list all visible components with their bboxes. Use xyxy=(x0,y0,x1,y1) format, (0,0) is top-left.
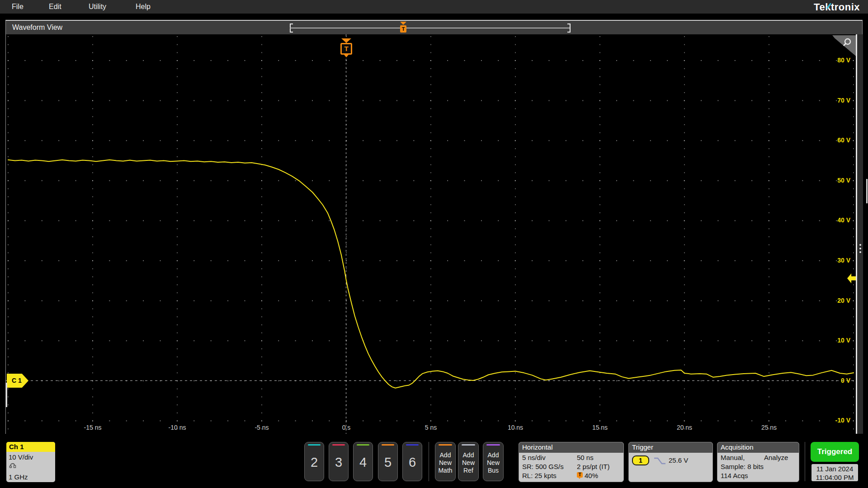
minimap-trigger-triangle-icon xyxy=(400,22,406,25)
trigger-marker-notch-icon xyxy=(344,55,349,57)
channel-number: 5 xyxy=(378,455,397,470)
trigger-marker-triangle-icon xyxy=(341,38,351,43)
channel-color-line xyxy=(406,444,419,446)
channel-4-button[interactable]: 4 xyxy=(353,442,373,481)
voltage-tick-label: 0 V xyxy=(841,377,850,384)
time-tick-label: 10 ns xyxy=(508,424,523,431)
button-color-line xyxy=(439,444,452,446)
voltage-tick-label: 60 V xyxy=(837,136,850,144)
trigger-panel[interactable]: Trigger 1 25.6 V xyxy=(628,442,713,482)
time-tick-label: -10 ns xyxy=(169,424,186,431)
button-label: AddNewRef xyxy=(458,451,478,474)
channel-6-button[interactable]: 6 xyxy=(402,442,422,481)
acquisition-panel[interactable]: Acquisition Manual, Analyze Sample: 8 bi… xyxy=(717,442,799,482)
waveform-view-titlebar: Waveform View T xyxy=(6,21,862,34)
add-new-bus-button[interactable]: AddNewBus xyxy=(483,442,504,481)
acquisition-count: 114 Acqs xyxy=(721,472,748,479)
minimap-rail xyxy=(290,28,571,28)
menu-bar: File Edit Utility Help Tektronix xyxy=(0,0,868,14)
horizontal-window: 50 ns xyxy=(577,454,594,461)
button-label: AddNewMath xyxy=(435,451,455,474)
channel-number: 3 xyxy=(329,455,348,470)
channel-color-line xyxy=(332,444,345,446)
channel-color-line xyxy=(382,444,394,446)
add-new-ref-button[interactable]: AddNewRef xyxy=(458,442,479,481)
voltage-tick-label: -10 V xyxy=(835,417,850,424)
voltage-tick-label: 70 V xyxy=(837,97,850,104)
minimap-trigger-t-icon: T xyxy=(400,25,406,33)
horizontal-panel[interactable]: Horizontal 5 ns/div 50 ns SR: 500 GS/s 2… xyxy=(519,442,624,482)
horizontal-record-length: RL: 25 kpts xyxy=(522,472,557,479)
date-text: 11 Jan 2024 xyxy=(811,465,858,473)
button-color-line xyxy=(486,444,500,446)
tektronix-logo: Tektronix xyxy=(814,1,860,13)
acquisition-sample: Sample: 8 bits xyxy=(721,463,764,470)
time-text: 11:04:00 PM xyxy=(811,473,858,482)
trigger-level-value: 25.6 V xyxy=(669,456,688,464)
trigger-source-badge: 1 xyxy=(632,455,649,465)
minimap-trigger-marker[interactable]: T xyxy=(400,22,407,34)
falling-edge-icon xyxy=(653,456,667,466)
view-title: Waveform View xyxy=(12,23,62,32)
horizontal-scale: 5 ns/div xyxy=(522,454,546,461)
horizontal-sample-rate: SR: 500 GS/s xyxy=(522,463,564,470)
ch1-title: Ch 1 xyxy=(6,442,55,452)
channel-3-button[interactable]: 3 xyxy=(329,442,349,481)
acquisition-panel-title: Acquisition xyxy=(717,442,799,453)
horizontal-resolution: 2 ps/pt (IT) xyxy=(577,463,610,470)
channel-5-button[interactable]: 5 xyxy=(378,442,398,481)
add-new-math-button[interactable]: AddNewMath xyxy=(435,442,456,481)
horizontal-position-percent: 40% xyxy=(585,472,598,479)
probe-icon xyxy=(9,462,17,469)
horizontal-position: T 40% xyxy=(577,472,598,479)
time-tick-label: -5 ns xyxy=(255,424,269,431)
triggered-status-badge: Triggered xyxy=(811,442,859,462)
button-label: AddNewBus xyxy=(483,451,503,474)
ch1-bandwidth: 1 GHz xyxy=(9,473,28,481)
voltage-tick-label: 50 V xyxy=(837,177,850,184)
channel-number: 6 xyxy=(403,455,422,470)
trigger-panel-title: Trigger xyxy=(629,442,712,453)
voltage-tick-label: 20 V xyxy=(837,297,850,304)
divider xyxy=(805,442,805,481)
voltage-tick-label: 80 V xyxy=(837,56,850,64)
acquisition-mode: Manual, Analyze xyxy=(721,454,745,461)
menu-file[interactable]: File xyxy=(12,3,24,11)
menu-help[interactable]: Help xyxy=(136,3,151,11)
ch1-scale: 10 V/div xyxy=(6,452,55,461)
time-tick-label: 0 s xyxy=(342,424,351,431)
waveform-canvas xyxy=(6,34,856,434)
channel-number: 4 xyxy=(354,455,373,470)
menu-edit[interactable]: Edit xyxy=(49,3,61,11)
trigger-position-marker[interactable]: T xyxy=(340,38,353,59)
time-tick-label: 25 ns xyxy=(761,424,777,431)
left-edge-scroll-tick[interactable] xyxy=(6,383,7,407)
waveform-view: Waveform View T 80 V70 V60 V50 V40 V30 V… xyxy=(5,20,863,434)
voltage-tick-label: 40 V xyxy=(837,216,850,224)
scrollbar-drag-handle[interactable] xyxy=(858,242,863,256)
bottom-settings-bar: Ch 1 10 V/div 1 GHz 23456 AddNewMathAddN… xyxy=(0,441,868,488)
right-gutter xyxy=(857,34,863,434)
right-edge-scroll-tick[interactable] xyxy=(866,179,868,203)
channel-2-button[interactable]: 2 xyxy=(304,442,324,481)
datetime-display: 11 Jan 2024 11:04:00 PM xyxy=(811,464,858,481)
channel-number: 2 xyxy=(305,455,324,470)
horizontal-panel-title: Horizontal xyxy=(519,442,623,453)
divider xyxy=(429,442,429,481)
voltage-tick-label: 10 V xyxy=(837,337,850,344)
acquisition-analyze: Analyze xyxy=(764,454,788,461)
trigger-marker-t-icon: T xyxy=(340,43,352,55)
horizontal-position-minimap[interactable]: T xyxy=(290,22,571,34)
time-tick-label: 20 ns xyxy=(677,424,692,431)
graticule-plot-area[interactable]: 80 V70 V60 V50 V40 V30 V20 V10 V0 V-10 V… xyxy=(6,34,856,434)
ch1-waveform-trace xyxy=(8,160,854,388)
trigger-position-icon: T xyxy=(577,472,583,479)
menu-utility[interactable]: Utility xyxy=(89,3,106,11)
minimap-right-bracket xyxy=(567,23,571,33)
channel-color-line xyxy=(308,444,321,446)
ch1-badge-panel[interactable]: Ch 1 10 V/div 1 GHz xyxy=(6,442,55,482)
time-tick-label: 5 ns xyxy=(425,424,437,431)
time-tick-label: -15 ns xyxy=(84,424,102,431)
channel-color-line xyxy=(357,444,369,446)
time-tick-label: 15 ns xyxy=(592,424,608,431)
